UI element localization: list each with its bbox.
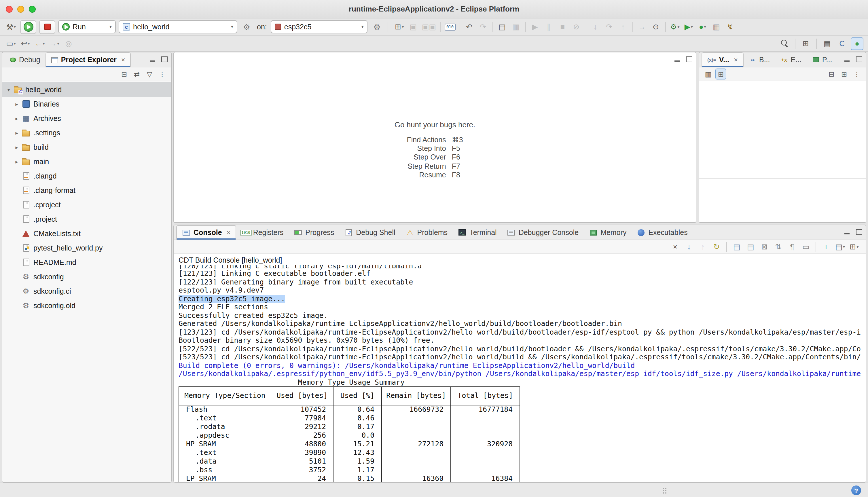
chevron-right-icon[interactable]: ▸	[13, 159, 21, 165]
tab-debugger-console[interactable]: Debugger Console	[502, 225, 584, 240]
step-over-icon[interactable]: ↷	[603, 20, 615, 33]
toggle-output-icon[interactable]: ▥	[510, 20, 522, 33]
close-tab-icon[interactable]: ×	[121, 56, 125, 64]
tab-e[interactable]: E...	[775, 53, 807, 67]
console-minimize-button[interactable]	[843, 228, 851, 236]
show-logical-structure-icon[interactable]: ⊞	[715, 69, 726, 80]
tree-item-sdkconfig-ci[interactable]: ⚙sdkconfig.ci	[2, 284, 171, 298]
refresh-console-icon[interactable]: ↻	[711, 241, 722, 253]
tab-console[interactable]: Console×	[176, 225, 237, 240]
tree-item-settings[interactable]: ▸.settings	[2, 126, 171, 140]
build-hammer-icon[interactable]: ⚒▾	[4, 20, 17, 33]
launch-run-button[interactable]	[20, 20, 36, 34]
tree-item-cmakelists-txt[interactable]: CMakeLists.txt	[2, 226, 171, 241]
back-history-icon[interactable]: ←▾	[33, 37, 46, 50]
target-settings-button[interactable]: ⚙	[371, 20, 383, 33]
debug-maximize-button[interactable]	[685, 55, 694, 63]
tree-item-sdkconfig[interactable]: ⚙sdkconfig	[2, 270, 171, 284]
external-tools-icon[interactable]: ⚙▾	[668, 20, 681, 33]
chevron-down-icon[interactable]: ▾	[4, 87, 13, 93]
run-history-icon[interactable]: ▶▾	[682, 20, 695, 33]
collapse-all-icon[interactable]: ⊟	[826, 69, 837, 80]
tree-item-build[interactable]: ▸build	[2, 140, 171, 154]
save-icon[interactable]: ▣	[407, 20, 419, 33]
tree-item-cproject[interactable]: .cproject	[2, 198, 171, 212]
tab-executables[interactable]: Executables	[631, 225, 693, 240]
next-error-icon[interactable]: ↓	[683, 241, 695, 253]
word-wrap-icon[interactable]: ¶	[786, 241, 798, 253]
tree-item-clangd[interactable]: .clangd	[2, 169, 171, 183]
step-into-icon[interactable]: ↓	[589, 20, 602, 33]
disconnect-icon[interactable]: ⊘	[570, 20, 583, 33]
search-icon[interactable]	[778, 37, 791, 50]
explorer-minimize-button[interactable]	[148, 55, 157, 63]
view-menu-icon[interactable]: ⋮	[157, 69, 168, 80]
open-console-view-icon[interactable]: ▤	[496, 20, 508, 33]
view-menu-icon[interactable]: ⋮	[851, 69, 862, 80]
console-output[interactable]: CDT Build Console [hello_world] [120/123…	[174, 254, 866, 483]
debug-minimize-button[interactable]	[673, 55, 681, 63]
skip-all-breakpoints-icon[interactable]: ⊝	[650, 20, 662, 33]
new-launch-config-icon[interactable]: ⊞▾	[393, 20, 406, 33]
launch-config-combo[interactable]: c hello_world ▾	[119, 20, 237, 33]
display-selected-console-icon[interactable]: ▤▾	[834, 241, 846, 253]
launch-wizard-icon[interactable]: ↯	[724, 20, 736, 33]
resume-icon[interactable]: ▶	[528, 20, 541, 33]
launch-mode-combo[interactable]: Run ▾	[58, 20, 116, 33]
tab-p[interactable]: P...	[807, 53, 837, 67]
variables-maximize-button[interactable]	[855, 55, 864, 63]
open-console-icon[interactable]: ⊞▾	[849, 241, 860, 253]
tree-item-project[interactable]: .project	[2, 212, 171, 226]
collapse-all-icon[interactable]: ⊟	[119, 69, 130, 80]
tab-terminal[interactable]: Terminal	[453, 225, 502, 240]
perspective-cpp-icon[interactable]: C	[836, 37, 849, 50]
launch-stop-button[interactable]	[39, 20, 55, 34]
open-element-icon[interactable]: ▭▾	[4, 37, 17, 50]
tree-item-archives[interactable]: ▸▦Archives	[2, 111, 171, 126]
launch-config-settings-button[interactable]: ⚙	[240, 20, 253, 33]
tree-item-clang-format[interactable]: .clang-format	[2, 183, 171, 198]
clear-console-icon[interactable]: ▭	[800, 241, 812, 253]
tree-item-main[interactable]: ▸main	[2, 154, 171, 169]
chevron-right-icon[interactable]: ▸	[13, 101, 21, 107]
tree-item-pytest-hello-world-py[interactable]: pytest_hello_world.py	[2, 241, 171, 255]
tab-registers[interactable]: Registers	[237, 225, 289, 240]
save-all-icon[interactable]: ▣▣	[421, 20, 437, 33]
tab-debug-shell[interactable]: Debug Shell	[339, 225, 400, 240]
perspective-debug-icon[interactable]: ●	[851, 37, 864, 50]
tab-project-explorer[interactable]: Project Explorer×	[45, 53, 131, 67]
close-tab-icon[interactable]: ×	[734, 56, 738, 64]
step-return-icon[interactable]: ↑	[616, 20, 629, 33]
show-type-names-icon[interactable]: ▥	[703, 69, 714, 80]
suspend-icon[interactable]: ∥	[542, 20, 555, 33]
variables-detail-sash[interactable]	[699, 178, 866, 179]
pin-console-icon[interactable]: ⊠	[758, 241, 770, 253]
previous-error-icon[interactable]: ↑	[697, 241, 709, 253]
open-perspective-icon[interactable]: ⊞	[799, 37, 812, 50]
chevron-right-icon[interactable]: ▸	[13, 130, 21, 136]
tab-memory[interactable]: Memory	[584, 225, 631, 240]
scroll-lock-icon[interactable]: ⇅	[772, 241, 784, 253]
tree-item-sdkconfig-old[interactable]: ⚙sdkconfig.old	[2, 298, 171, 313]
binary-counter-icon[interactable]: 010	[443, 20, 456, 33]
close-tab-icon[interactable]: ×	[227, 229, 231, 237]
undo-icon[interactable]: ↶	[463, 20, 475, 33]
perspective-resource-icon[interactable]: ▤	[821, 37, 834, 50]
remove-launch-icon[interactable]: ×	[669, 241, 681, 253]
tree-item-hello-world[interactable]: ▾hello_world	[2, 82, 171, 97]
forward-history-icon[interactable]: →▾	[48, 37, 60, 50]
trim-drag-handle[interactable]	[663, 487, 667, 494]
filter-icon[interactable]: ▽	[144, 69, 155, 80]
new-console-icon[interactable]: +	[820, 241, 832, 253]
explorer-maximize-button[interactable]	[160, 55, 169, 63]
variables-minimize-button[interactable]	[843, 55, 851, 63]
help-button[interactable]: ?	[851, 485, 861, 495]
tab-progress[interactable]: Progress	[288, 225, 339, 240]
new-expression-icon[interactable]: ⊞	[839, 69, 850, 80]
target-combo[interactable]: esp32c5 ▾	[271, 20, 368, 33]
tab-problems[interactable]: Problems	[401, 225, 453, 240]
open-resource-icon[interactable]: ▦	[710, 20, 723, 33]
last-edit-location-icon[interactable]: ↩▾	[19, 37, 32, 50]
show-stdout-icon[interactable]: ▤	[731, 241, 742, 253]
redo-icon[interactable]: ↷	[476, 20, 489, 33]
